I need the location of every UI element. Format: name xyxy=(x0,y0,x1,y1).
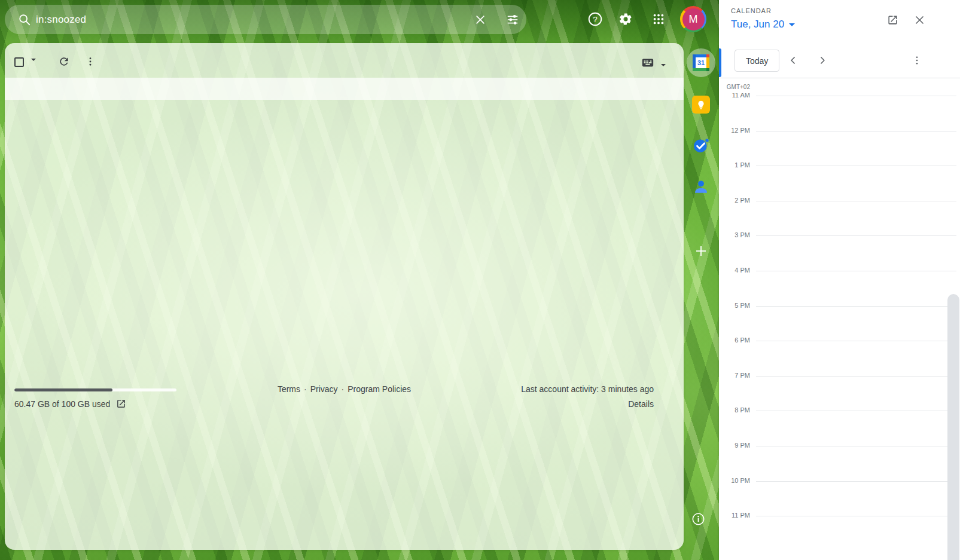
calendar-toolbar: Today xyxy=(719,43,960,78)
select-all-checkbox[interactable] xyxy=(14,57,24,67)
timezone-label: GMT+02 xyxy=(719,84,750,90)
hour-label: 7 PM xyxy=(735,372,750,379)
sidebar-item-keep[interactable] xyxy=(687,90,715,119)
search-icon[interactable] xyxy=(18,13,31,26)
input-tools-keyboard-icon[interactable] xyxy=(638,53,658,73)
hour-label: 2 PM xyxy=(735,197,750,204)
hour-gridline xyxy=(756,96,956,96)
input-tools-dropdown-icon[interactable] xyxy=(661,66,666,77)
storage-used-text: 60.47 GB of 100 GB used xyxy=(14,399,110,409)
hour-gridline xyxy=(756,341,956,341)
calendar-side-panel: CALENDAR Tue, Jun 20 Today GMT+02 11 AM … xyxy=(719,0,960,560)
storage-manage-open-icon[interactable] xyxy=(116,399,126,409)
hour-gridline xyxy=(756,306,956,307)
activity-details-link[interactable]: Details xyxy=(628,399,654,409)
hour-label: 9 PM xyxy=(735,442,750,449)
open-in-new-tab-icon[interactable] xyxy=(882,9,903,30)
hour-gridline xyxy=(756,271,956,271)
day-time-grid: 11 AM 12 PM 1 PM 2 PM 3 PM 4 PM 5 PM 6 P… xyxy=(719,93,960,560)
hour-label: 3 PM xyxy=(735,231,750,238)
privacy-link[interactable]: Privacy xyxy=(310,384,338,394)
program-policies-link[interactable]: Program Policies xyxy=(348,384,411,394)
date-dropdown-icon xyxy=(789,23,795,26)
sidebar-item-contacts[interactable] xyxy=(687,172,715,201)
search-input[interactable]: in:snoozed xyxy=(5,5,526,34)
google-calendar-icon: 31 xyxy=(693,54,709,71)
hour-label: 8 PM xyxy=(735,406,750,414)
search-options-tune-icon[interactable] xyxy=(502,9,523,30)
gmail-snoozed-search-with-calendar-panel: { "topbar": { "search": { "query": "in:s… xyxy=(0,0,960,560)
empty-search-results-row xyxy=(5,78,684,100)
google-tasks-icon xyxy=(692,136,710,154)
google-apps-grid-icon[interactable] xyxy=(647,7,671,31)
hour-label: 5 PM xyxy=(735,302,750,309)
today-button[interactable]: Today xyxy=(735,50,779,72)
terms-link[interactable]: Terms xyxy=(278,384,300,394)
select-dropdown-icon[interactable] xyxy=(31,61,36,72)
svg-text:?: ? xyxy=(593,15,598,24)
hour-gridline xyxy=(756,235,956,236)
hour-label: 1 PM xyxy=(735,161,750,169)
google-keep-icon xyxy=(692,96,710,114)
hour-label: 4 PM xyxy=(735,267,750,274)
refresh-icon[interactable] xyxy=(54,51,74,72)
get-addons-plus-icon[interactable] xyxy=(687,237,715,265)
google-contacts-icon xyxy=(693,178,709,195)
hour-label: 12 PM xyxy=(731,127,750,134)
calendar-more-options-icon[interactable] xyxy=(906,50,928,71)
hour-label: 11 PM xyxy=(732,512,750,519)
close-panel-icon[interactable] xyxy=(909,9,930,30)
more-options-icon[interactable] xyxy=(80,51,100,72)
side-panel-info-icon[interactable] xyxy=(684,504,712,533)
calendar-scrollbar-thumb[interactable] xyxy=(947,294,959,560)
sidebar-item-calendar[interactable]: 31 xyxy=(687,48,715,77)
mail-list-panel: 60.47 GB of 100 GB used Terms·Privacy·Pr… xyxy=(5,43,684,550)
hour-label: 6 PM xyxy=(735,336,750,344)
hour-gridline xyxy=(756,411,956,411)
hour-label: 10 PM xyxy=(731,477,750,484)
last-account-activity-text: Last account activity: 3 minutes ago xyxy=(521,384,654,394)
hour-gridline xyxy=(756,446,956,446)
hour-gridline xyxy=(756,516,956,516)
calendar-date-selector[interactable]: Tue, Jun 20 xyxy=(731,19,795,30)
previous-day-chevron-icon[interactable] xyxy=(782,50,804,71)
hour-gridline xyxy=(756,481,956,482)
hour-gridline xyxy=(756,131,956,131)
help-icon[interactable]: ? xyxy=(583,7,607,31)
next-day-chevron-icon[interactable] xyxy=(812,50,833,71)
hour-label: 11 AM xyxy=(732,93,750,99)
hour-gridline xyxy=(756,376,956,377)
clear-search-icon[interactable] xyxy=(470,9,491,30)
account-avatar[interactable]: M xyxy=(680,6,706,32)
sidebar-item-tasks[interactable] xyxy=(687,131,715,160)
calendar-panel-title: CALENDAR xyxy=(731,7,772,14)
search-query-text[interactable]: in:snoozed xyxy=(36,14,86,26)
hour-gridline xyxy=(756,201,956,201)
avatar-letter: M xyxy=(682,8,705,30)
hour-gridline xyxy=(756,166,956,166)
settings-gear-icon[interactable] xyxy=(614,7,638,31)
